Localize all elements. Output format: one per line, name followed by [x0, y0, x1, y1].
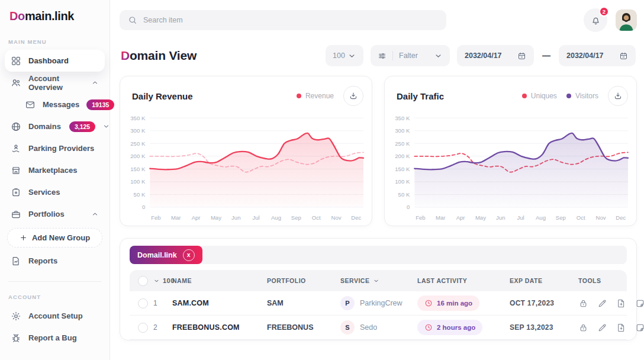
sidebar-item-domains[interactable]: Domains 3,125	[5, 115, 105, 137]
chevron-up-icon[interactable]	[91, 210, 99, 218]
sidebar-item-services[interactable]: Services	[5, 181, 105, 203]
notifications-button[interactable]: 2	[584, 8, 607, 32]
column-header-service[interactable]: SERVICE	[340, 277, 417, 284]
svg-text:Apr: Apr	[192, 215, 201, 221]
sidebar-item-label: Domains	[28, 122, 61, 131]
column-header-name[interactable]: NAME	[172, 277, 267, 284]
edit-tool-icon[interactable]	[597, 298, 607, 308]
service-initial-badge: P	[340, 296, 355, 310]
row-checkbox[interactable]	[138, 298, 148, 308]
filter-dropdown[interactable]: Falter	[371, 45, 450, 66]
sidebar-item-account-setup[interactable]: Account Setup	[5, 305, 105, 327]
parking-provider-icon	[11, 143, 21, 154]
legend-label: Revenue	[305, 92, 334, 100]
lock-tool-icon[interactable]	[578, 323, 588, 333]
legend-dot	[522, 94, 527, 98]
svg-text:Aug: Aug	[271, 215, 281, 221]
chevron-down-icon	[153, 278, 160, 284]
sidebar-item-messages[interactable]: Messages 19135	[5, 94, 105, 115]
exp-date: SEP 13,2023	[510, 323, 578, 332]
remove-filter-icon[interactable]: x	[183, 249, 195, 261]
column-header-exp-date[interactable]: EXP DATE	[510, 277, 578, 284]
svg-text:Jun: Jun	[496, 215, 505, 221]
sidebar-item-label: Services	[28, 188, 60, 197]
svg-text:200 K: 200 K	[130, 153, 146, 159]
sidebar-item-parking-providers[interactable]: Parking Providers	[5, 137, 105, 159]
search-box[interactable]	[120, 10, 446, 30]
add-new-group-button[interactable]: Add New Group	[7, 228, 102, 247]
page-size-select[interactable]: 100	[326, 45, 363, 66]
add-note-tool-icon[interactable]	[635, 298, 644, 308]
brand-logo[interactable]: Domain.link	[0, 0, 110, 28]
table-count-header[interactable]: 100	[153, 277, 172, 284]
daily-trafic-card: Daily Trafic Uniques Visitors	[384, 76, 637, 226]
legend-item-visitors: Visitors	[566, 92, 598, 100]
row-tools	[578, 298, 644, 308]
filter-tag-pill[interactable]: Domail.link x	[130, 246, 202, 264]
date-range-separator: —	[542, 51, 550, 60]
search-input[interactable]	[143, 16, 438, 24]
svg-text:Sep: Sep	[556, 215, 566, 221]
svg-text:Nov: Nov	[331, 215, 342, 221]
domain-name[interactable]: SAM.COM	[172, 299, 267, 307]
svg-text:50 K: 50 K	[134, 192, 146, 198]
add-file-tool-icon[interactable]	[616, 323, 626, 333]
users-icon	[11, 78, 21, 88]
sidebar-item-label: Marketplaces	[28, 166, 77, 175]
select-all-checkbox[interactable]	[138, 276, 148, 286]
column-header-portfolio[interactable]: PORTFOLIO	[267, 277, 340, 284]
sidebar-item-label: Account Setup	[28, 311, 83, 320]
svg-text:Aug: Aug	[536, 215, 546, 221]
date-from-picker[interactable]: 2032/04/17	[457, 45, 534, 66]
add-note-tool-icon[interactable]	[635, 323, 644, 333]
bug-icon	[11, 333, 21, 343]
column-header-last-activity[interactable]: LAST ACTIVITY	[417, 277, 510, 284]
svg-text:250 K: 250 K	[395, 141, 410, 147]
download-chart-button[interactable]	[343, 86, 363, 106]
legend-label: Uniques	[531, 92, 557, 100]
date-to-picker[interactable]: 2032/04/17	[559, 45, 636, 66]
table-row[interactable]: 1 SAM.COM SAM P ParkingCrew 16 min ago O…	[130, 291, 627, 316]
daily-trafic-chart: 050 K100 K150 K200 K250 K300 K350 KFebMa…	[385, 108, 636, 226]
last-activity-badge: 16 min ago	[417, 295, 479, 311]
svg-text:100 K: 100 K	[395, 179, 410, 185]
svg-text:Apr: Apr	[456, 215, 465, 221]
storefront-icon	[11, 165, 21, 176]
briefcase-icon	[11, 209, 21, 220]
dashboard-icon	[11, 56, 21, 66]
sidebar-item-report-a-bug[interactable]: Report a Bug	[5, 327, 105, 349]
svg-text:Dec: Dec	[616, 215, 626, 221]
download-chart-button[interactable]	[608, 86, 628, 106]
page-header: Domain View 100 Falter 2032/04/17 — 2032…	[121, 45, 636, 66]
sidebar-item-label: Dashboard	[28, 56, 69, 65]
add-file-tool-icon[interactable]	[616, 298, 626, 308]
column-header-tools[interactable]: TOOLS	[578, 277, 619, 284]
row-checkbox[interactable]	[138, 323, 148, 333]
sidebar-item-label: Messages	[43, 100, 79, 109]
daily-revenue-chart: 050 K100 K150 K200 K250 K300 K350 KFebMa…	[120, 108, 372, 226]
table-row[interactable]: 2 FREEBONUS.COM FREEBONUS S Sedo 2 hours…	[130, 316, 627, 340]
edit-tool-icon[interactable]	[597, 323, 607, 333]
sidebar-item-reports[interactable]: Reports	[5, 250, 105, 272]
svg-text:Feb: Feb	[416, 215, 425, 221]
chevron-down-icon[interactable]	[102, 123, 110, 130]
filter-divider	[392, 51, 393, 60]
sidebar-item-label: Portfolios	[28, 210, 65, 218]
chevron-up-icon[interactable]	[91, 79, 99, 86]
user-avatar[interactable]	[616, 9, 637, 31]
sidebar-item-dashboard[interactable]: Dashboard	[5, 50, 105, 72]
page-size-value: 100	[333, 52, 345, 60]
envelope-icon	[25, 99, 36, 110]
legend-item-revenue: Revenue	[297, 92, 334, 100]
lock-tool-icon[interactable]	[578, 298, 588, 308]
service-cell: S Sedo	[340, 320, 417, 335]
svg-text:Oct: Oct	[312, 215, 321, 221]
row-tools	[578, 323, 644, 333]
service-name: ParkingCrew	[360, 299, 402, 307]
sidebar-item-marketplaces[interactable]: Marketplaces	[5, 159, 105, 181]
domains-table-card: Domail.link x 100 NAME PORTFOLIO SERVICE…	[120, 238, 637, 340]
sidebar-item-account-overview[interactable]: Account Overview	[5, 72, 105, 94]
chevron-down-icon	[434, 52, 443, 60]
domain-name[interactable]: FREEBONUS.COM	[172, 323, 267, 332]
sidebar-item-portfolios[interactable]: Portfolios	[5, 203, 105, 225]
